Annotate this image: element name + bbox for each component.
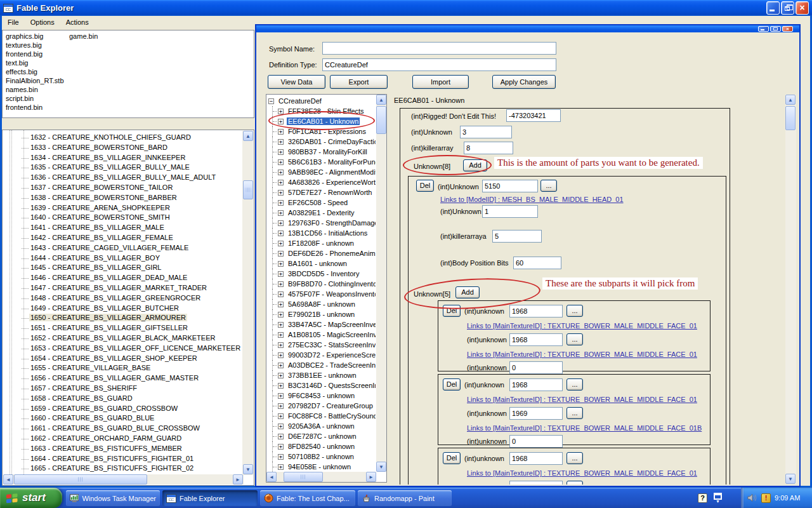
expand-plus-icon[interactable]: + [278,190,284,196]
close-button[interactable]: × [796,1,809,15]
expand-plus-icon[interactable]: + [278,170,284,175]
expand-plus-icon[interactable]: + [278,413,284,419]
collapse-minus-icon[interactable]: − [268,98,274,104]
file-item[interactable]: names.bin [6,85,64,94]
expand-plus-icon[interactable]: + [278,393,284,399]
tree-item[interactable]: +33B47A5C - MapScreenInve [266,319,376,330]
unknown-input[interactable] [460,126,512,138]
browse-button[interactable]: ... [566,305,583,317]
creature-item[interactable]: 1634 - CREATURE_BS_VILLAGER_INNKEEPER [3,153,242,163]
expand-plus-icon[interactable]: + [278,383,284,389]
texture-link[interactable]: Links to [MainTextureID] : TEXTURE_BOWER… [467,351,697,358]
creature-item[interactable]: 1665 - CREATURE_BS_FISTICUFFS_FIGHTER_02 [3,464,242,474]
tree-item[interactable]: +94E058E - unknown [266,462,376,472]
body-position-input[interactable] [513,257,561,269]
creature-item[interactable]: 1652 - CREATURE_BS_VILLAGER_BLACK_MARKET… [3,333,242,344]
tree-item[interactable]: +4575F07F - WeaponsInvento [266,289,376,299]
creature-item[interactable]: 1643 - CREATURE_CAGED_VILLAGER_FEMALE [3,243,242,253]
child-maximize-button[interactable] [770,26,781,32]
tree-item[interactable]: +A03829E1 - Dexterity [266,208,376,218]
creature-item[interactable]: 1633 - CREATURE_BOWERSTONE_BARD [3,143,242,153]
tree-scroll-up-icon[interactable]: ▲ [376,95,386,105]
expand-plus-icon[interactable]: + [278,322,284,328]
menu-file[interactable]: File [2,17,25,27]
tree-item[interactable]: +129763F0 - StrengthDamage [266,218,376,228]
tree-item[interactable]: +207982D7 - CreatureGroup [266,401,376,411]
tree-item[interactable]: +9ABB98EC - AlignmentModifi [266,167,376,177]
expand-plus-icon[interactable]: + [278,220,284,226]
expand-plus-icon[interactable]: + [278,332,284,338]
tree-item[interactable]: +275EC33C - StatsScreenInve [266,340,376,350]
creature-item[interactable]: 1658 - CREATURE_BS_GUARD [3,394,242,404]
expand-plus-icon[interactable]: + [278,180,284,185]
creature-item[interactable]: 1651 - CREATURE_BS_VILLAGER_GIFTSELLER [3,323,242,333]
creature-item[interactable]: 1663 - CREATURE_BS_FISTICUFFS_MEMBER [3,444,242,454]
browse-button[interactable]: ... [566,452,583,464]
creature-item[interactable]: 1642 - CREATURE_BS_VILLAGER_FEMALE [3,233,242,243]
file-item[interactable]: text.big [6,58,64,67]
file-item[interactable]: script.bin [6,94,64,103]
fable-alert-icon[interactable]: ! [761,493,771,503]
creature-item[interactable]: 1656 - CREATURE_BS_VILLAGER_GAME_MASTER [3,373,242,384]
creature-scroll-left-icon[interactable]: ◄ [3,474,13,485]
tree-item[interactable]: +A1B08105 - MagicScreenInv [266,330,376,340]
start-button[interactable]: start [0,488,62,508]
browse-button[interactable]: ... [566,407,583,419]
creature-hscroll-thumb[interactable] [14,474,147,485]
tree-item[interactable]: +3BDCD5D5 - Inventory [266,269,376,279]
subpart-input[interactable] [509,407,563,420]
task-fable-game[interactable]: Fable: The Lost Chap... [260,490,355,506]
tree-item[interactable]: +D6E7287C - unknown [266,431,376,441]
file-item[interactable]: frontend.big [6,50,64,58]
expand-plus-icon[interactable]: + [278,281,284,287]
tree-item[interactable]: +373BB1EE - unknown [266,370,376,380]
detail-scroll-down-icon[interactable]: ▼ [785,474,796,484]
expand-plus-icon[interactable]: + [278,454,284,460]
task-fable-explorer[interactable]: Fable Explorer [162,490,258,506]
menu-options[interactable]: Options [25,17,60,27]
expand-plus-icon[interactable]: + [278,291,284,297]
file-item[interactable]: FinalAlbion_RT.stb [6,76,64,85]
import-button[interactable]: Import [412,75,469,89]
tree-item[interactable]: +8FD82540 - unknown [266,441,376,451]
expand-plus-icon[interactable]: + [278,352,284,358]
task-windows-task-manager[interactable]: Windows Task Manager [66,490,160,506]
expand-plus-icon[interactable]: + [278,129,284,135]
tree-item[interactable]: +B3C3146D - QuestsScreenIn [266,380,376,391]
part-unknown2-input[interactable] [482,205,538,218]
tree-item[interactable]: +F0C88FC8 - BattleCrySound? [266,411,376,421]
tree-scroll-right-icon[interactable]: ► [366,472,376,482]
expand-plus-icon[interactable]: + [278,464,284,470]
creature-item[interactable]: 1657 - CREATURE_BS_SHERIFF [3,384,242,394]
tree-scroll-down-icon[interactable]: ▼ [376,462,386,472]
restore-button[interactable] [781,1,794,15]
minimize-button[interactable] [766,1,780,15]
tree-hscroll-thumb[interactable] [284,472,323,482]
subpart-input[interactable] [509,452,563,465]
show-window-icon[interactable]: ▾ [714,493,722,504]
expand-plus-icon[interactable]: + [278,434,284,439]
expand-plus-icon[interactable]: + [278,302,284,307]
browse-button[interactable]: ... [566,378,583,391]
tree-item[interactable]: +9F6C8453 - unknown [266,391,376,401]
file-item[interactable]: game.bin [69,32,98,41]
rigged-input[interactable] [506,109,561,122]
subpart-input[interactable] [509,435,563,448]
expand-plus-icon[interactable]: + [278,424,284,429]
file-item[interactable]: graphics.big [6,32,64,41]
creature-item[interactable]: 1638 - CREATURE_BOWERSTONE_BARBER [3,193,242,203]
menu-actions[interactable]: Actions [60,17,95,27]
creature-item[interactable]: 1662 - CREATURE_ORCHARD_FARM_GUARD [3,434,242,444]
expand-plus-icon[interactable]: + [278,312,284,318]
browse-button[interactable]: ... [566,481,583,485]
subpart-input[interactable] [509,361,563,374]
subpart-input[interactable] [509,305,563,318]
creature-scroll-down-icon[interactable]: ▼ [243,464,253,474]
subpart-input[interactable] [509,481,563,485]
tree-item[interactable]: +BA1601 - unknown [266,258,376,269]
tree-item[interactable]: +5B6C61B3 - MoralityForPunc [266,157,376,167]
browse-button[interactable]: ... [540,180,557,192]
creature-item[interactable]: 1655 - CREATURE_VILLAGER_BASE [3,363,242,373]
creature-scroll-up-icon[interactable]: ▲ [243,131,253,141]
file-item[interactable]: frontend.bin [6,103,64,112]
